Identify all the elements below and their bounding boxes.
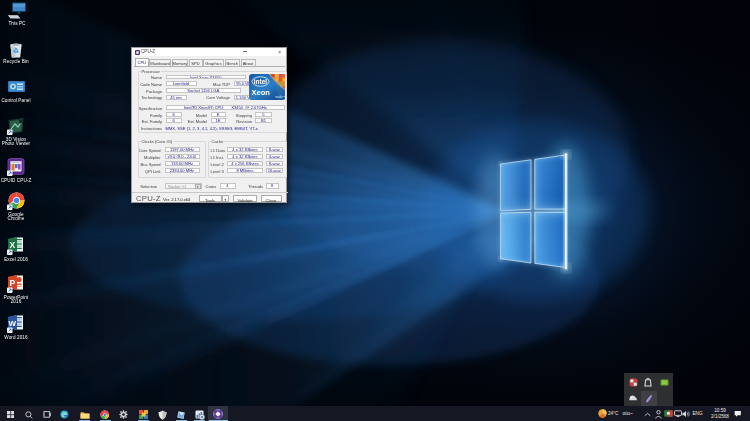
svg-text:X: X: [10, 240, 16, 250]
svg-text:P: P: [10, 278, 16, 288]
svg-text:W: W: [9, 319, 17, 328]
svg-text:Xeon: Xeon: [251, 87, 270, 96]
svg-text:intel: intel: [253, 78, 267, 85]
svg-text:inside™: inside™: [275, 94, 286, 98]
